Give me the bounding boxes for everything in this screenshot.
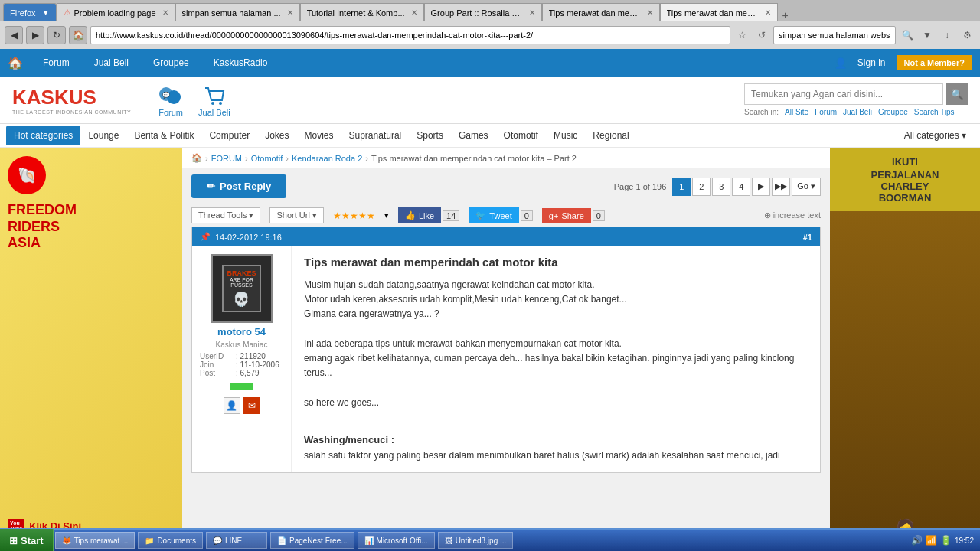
breadcrumb-otomotif[interactable]: Otomotif (251, 154, 283, 163)
search-jualbeli[interactable]: Jual Beli (843, 108, 872, 116)
taskbar-label-5: Untitled3.jpg ... (456, 536, 507, 545)
reload-button[interactable]: ↻ (47, 26, 66, 44)
tab-1-label: Problem loading page (74, 8, 156, 18)
next-page-button[interactable]: ▶ (752, 178, 770, 196)
cat-sports[interactable]: Sports (409, 126, 451, 145)
page-1-button[interactable]: 1 (672, 178, 691, 196)
taskbar-battery-icon[interactable]: 🔋 (940, 535, 952, 546)
post-para-3: Gimana cara ngerawatnya ya... ? (304, 307, 808, 321)
perjalanan-text: PERJALANAN (838, 169, 972, 181)
cat-hot[interactable]: Hot categories (6, 126, 80, 145)
tab-5-close[interactable]: ✕ (647, 8, 653, 17)
search-forum[interactable]: Forum (815, 108, 837, 116)
forum-icon-link[interactable]: 💬 Forum (158, 83, 183, 117)
cat-jokes[interactable]: Jokes (257, 126, 296, 145)
tweet-button[interactable]: 🐦 Tweet (469, 207, 518, 223)
tab-2-close[interactable]: ✕ (287, 8, 293, 17)
taskbar-item-5[interactable]: 🖼 Untitled3.jpg ... (438, 532, 514, 549)
cat-movies[interactable]: Movies (297, 126, 341, 145)
home-breadcrumb-icon[interactable]: 🏠 (191, 153, 202, 163)
cat-lounge[interactable]: Lounge (80, 126, 126, 145)
taskbar-item-4[interactable]: 📊 Microsoft Offi... (358, 532, 435, 549)
nav-forum[interactable]: Forum (38, 57, 74, 68)
main-content: 🏠 › FORUM › Otomotif › Kendaraan Roda 2 … (182, 148, 830, 551)
rating-dropdown[interactable]: ▾ (384, 210, 389, 220)
cat-games[interactable]: Games (451, 126, 496, 145)
search-icon[interactable]: 🔍 (899, 27, 916, 44)
ikuti-text: IKUTI (838, 156, 972, 169)
share-section: g+ Share 0 (542, 208, 605, 223)
user-message-icon[interactable]: ✉ (243, 397, 260, 414)
tab-6-close[interactable]: ✕ (765, 8, 771, 17)
back-button[interactable]: ◀ (5, 26, 23, 44)
page-4-button[interactable]: 4 (732, 178, 750, 196)
cat-computer[interactable]: Computer (201, 126, 257, 145)
taskbar-item-3[interactable]: 📄 PageNest Free... (270, 532, 354, 549)
page-2-button[interactable]: 2 (692, 178, 710, 196)
breadcrumb-kendaraan[interactable]: Kendaraan Roda 2 (292, 154, 362, 163)
all-categories-button[interactable]: All categories ▾ (897, 126, 974, 145)
nav-jualbeli[interactable]: Jual Beli (90, 57, 133, 68)
taskbar-item-2[interactable]: 💬 LINE (206, 532, 267, 549)
jualbeli-icon-link[interactable]: Jual Beli (198, 83, 230, 117)
cat-berita[interactable]: Berita & Politik (126, 126, 201, 145)
nav-kaskusradio[interactable]: KaskusRadio (209, 57, 273, 68)
browser-nav: ◀ ▶ ↻ 🏠 ☆ ↺ 🔍 ▼ ↓ ⚙ (0, 21, 980, 49)
category-nav: Hot categories Lounge Berita & Politik C… (0, 124, 980, 148)
thread-tools-button[interactable]: Thread Tools ▾ (191, 207, 260, 223)
sign-in-link[interactable]: Sign in (853, 57, 890, 68)
menu-icon[interactable]: ▼ (919, 27, 936, 44)
post-reply-button[interactable]: ✏ Post Reply (191, 174, 286, 198)
new-tab-button[interactable]: + (778, 9, 793, 21)
username[interactable]: motoro 54 (217, 326, 266, 337)
site-search-input[interactable] (744, 83, 943, 105)
download-icon[interactable]: ↓ (939, 27, 956, 44)
settings-icon[interactable]: ⚙ (959, 27, 975, 44)
tab-1-close[interactable]: ✕ (162, 8, 168, 17)
taskbar-network-icon[interactable]: 📶 (926, 535, 937, 546)
url-bar[interactable] (90, 26, 730, 44)
cat-otomotif[interactable]: Otomotif (496, 126, 546, 145)
short-url-button[interactable]: Short Url ▾ (270, 207, 323, 223)
share-button[interactable]: g+ Share (542, 208, 591, 223)
start-label: Start (21, 535, 44, 546)
site-search-button[interactable]: 🔍 (946, 83, 968, 105)
cat-regional[interactable]: Regional (585, 126, 636, 145)
user-profile-icon[interactable]: 👤 (224, 397, 240, 414)
cat-supranatural[interactable]: Supranatural (341, 126, 410, 145)
user-actions: 👤 ✉ (224, 397, 260, 414)
last-page-button[interactable]: ▶▶ (772, 178, 790, 196)
browser-tabs: Firefox ▼ ⚠ Problem loading page ✕ simpa… (0, 0, 980, 21)
cat-music[interactable]: Music (546, 126, 585, 145)
taskbar-item-1[interactable]: 📁 Documents (138, 532, 203, 549)
like-button[interactable]: 👍 Like (398, 207, 441, 223)
tab-4[interactable]: Group Part :: Rosalia Engi... ✕ (424, 3, 542, 21)
nav-groupee[interactable]: Groupee (149, 57, 194, 68)
tab-2[interactable]: simpan semua halaman ... ✕ (175, 3, 300, 21)
home-button[interactable]: 🏠 (69, 26, 87, 44)
search-groupee[interactable]: Groupee (878, 108, 908, 116)
tab-6[interactable]: Tips merawat dan memp... ✕ (660, 3, 778, 21)
search-all-site[interactable]: All Site (785, 108, 808, 116)
firefox-tab[interactable]: Firefox ▼ (3, 3, 57, 21)
tweet-icon: 🐦 (475, 210, 486, 220)
go-button[interactable]: Go ▾ (792, 178, 821, 196)
refresh-icon[interactable]: ↺ (753, 27, 770, 44)
tab-3-close[interactable]: ✕ (411, 8, 417, 17)
not-member-button[interactable]: Not a Member? (897, 55, 972, 70)
tab-1[interactable]: ⚠ Problem loading page ✕ (57, 3, 175, 21)
search-tips-link[interactable]: Search Tips (914, 108, 955, 116)
breadcrumb-forum[interactable]: FORUM (211, 154, 242, 163)
page-3-button[interactable]: 3 (712, 178, 730, 196)
browser-search-input[interactable] (773, 26, 896, 44)
tab-3[interactable]: Tutorial Internet & Komp... ✕ (300, 3, 424, 21)
tab-4-close[interactable]: ✕ (529, 8, 535, 17)
start-button[interactable]: ⊞ Start (0, 529, 54, 551)
increase-text-button[interactable]: ⊕ increase text (764, 210, 821, 220)
tab-5[interactable]: Tips merawat dan memp... ✕ (542, 3, 660, 21)
taskbar-item-0[interactable]: 🦊 Tips merawat ... (55, 532, 136, 549)
bookmark-icon[interactable]: ☆ (733, 27, 750, 44)
taskbar-volume-icon[interactable]: 🔊 (911, 535, 923, 546)
forward-button[interactable]: ▶ (26, 26, 44, 44)
home-nav-icon[interactable]: 🏠 (8, 56, 23, 70)
